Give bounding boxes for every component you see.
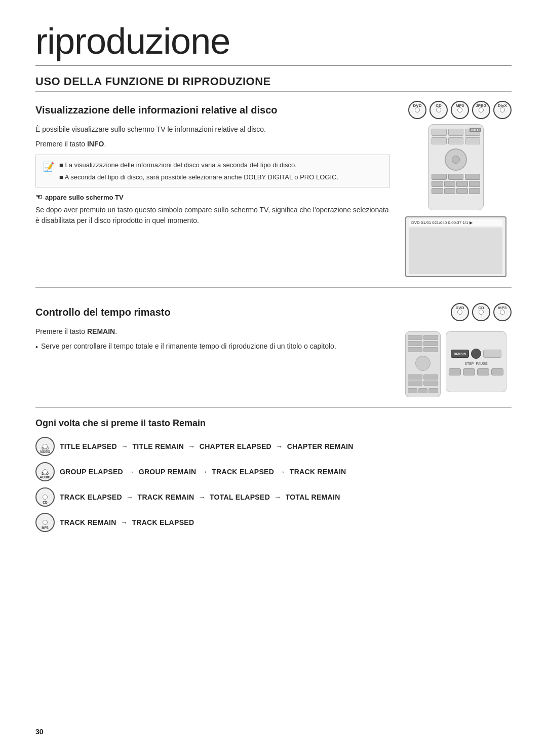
section-divider2 (35, 407, 512, 408)
flow-text-dvd-audio: GROUP ELAPSED → GROUP REMAIN → TRACK ELA… (60, 468, 346, 476)
mp3-disc-dot (43, 520, 48, 525)
flow-row-mp3: MP3 TRACK REMAIN → TRACK ELAPSED (35, 513, 512, 532)
mp3-disc: MP3 (35, 513, 55, 532)
rl-btn-2 (423, 335, 438, 340)
flow-text-mp3: TRACK REMAIN → TRACK ELAPSED (60, 518, 194, 526)
pb-btn-3 (477, 368, 489, 375)
subsection1-title: Visualizzazione delle informazioni relat… (35, 104, 408, 116)
cd-label: CD (43, 501, 47, 504)
remote-btn-4 (432, 137, 447, 144)
remote-btn-5 (448, 137, 463, 144)
note-bullet-1: ■ La visualizzazione delle informazioni … (59, 160, 338, 170)
remote-btn-6 (465, 137, 480, 144)
remote-btn-s1 (432, 188, 443, 194)
note-box: 📝 ■ La visualizzazione delle informazion… (35, 155, 390, 187)
cd-disc-icon: CD (429, 101, 448, 119)
dvd-audio-disc-dot (43, 469, 48, 474)
subsection1-header: Visualizzazione delle informazioni relat… (35, 101, 512, 119)
remain-top-row: REMAIN (451, 349, 501, 359)
note-icon: 📝 (43, 161, 54, 182)
remote-btn-b1 (432, 174, 447, 180)
flow-row-dvd-audio: DVDAUDIO GROUP ELAPSED → GROUP REMAIN → … (35, 462, 512, 481)
hand-icon: ☜ (35, 193, 42, 202)
rl-btn-9 (408, 381, 422, 386)
flow-row-dvd-video: DVDVIDEO TITLE ELAPSED → TITLE REMAIN → … (35, 437, 512, 456)
section2-bullet-text: Serve per controllare il tempo totale e … (41, 341, 336, 353)
dvd-video-disc: DVDVIDEO (35, 437, 55, 456)
remain-remote-right: REMAIN STEP PAUSE (446, 331, 506, 392)
section-title: USO DELLA FUNZIONE DI RIPRODUZIONE (35, 75, 512, 92)
disc-icons-group: DVD CD MP3 JPEG DivX (408, 101, 512, 119)
pb-btn-2 (463, 368, 475, 375)
section-divider (35, 287, 512, 288)
mp3-disc-icon: MP3 (451, 101, 469, 119)
pb-btn-1 (449, 368, 461, 375)
flow-text-dvd-video: TITLE ELAPSED → TITLE REMAIN → CHAPTER E… (60, 442, 354, 450)
remote-control-illustration: INFO (428, 124, 484, 210)
dvd-video-disc-dot (43, 444, 48, 449)
flow-row-cd: CD TRACK ELAPSED → TRACK REMAIN → TOTAL … (35, 487, 512, 507)
remote-btn-r2 (444, 181, 456, 187)
disc-icons-group2: DVD CD MP3 (451, 303, 512, 321)
rl-btn-6 (423, 347, 438, 352)
divx-disc-icon: DivX (493, 101, 512, 119)
tv-inner-screen (409, 228, 502, 274)
dvd-audio-disc: DVDAUDIO (35, 462, 55, 481)
tv-screen-illustration: DVD 01/01 021/040 0:00:37 1/1 ▶ (405, 216, 506, 277)
premere-info-label: INFO (87, 140, 104, 148)
step-pause-labels: STEP PAUSE (464, 362, 488, 365)
remain-playback-row (449, 368, 503, 375)
remote-btn-s2 (444, 188, 456, 194)
mp3-disc-icon2: MP3 (493, 303, 512, 321)
rl-btn-7 (408, 374, 422, 380)
section2-premere: Premere il tasto REMAIN. (35, 326, 390, 337)
rl-btn-1 (408, 335, 422, 340)
note-content: ■ La visualizzazione delle informazioni … (59, 160, 338, 182)
rl-btn-4 (423, 341, 438, 346)
remote-btn-r1 (432, 181, 443, 187)
cd-disc-dot (43, 495, 48, 500)
cd-disc: CD (35, 487, 55, 507)
cd-disc-icon2: CD (472, 303, 490, 321)
section1-illustrations: INFO (400, 124, 512, 277)
section2-bullet: • Serve per controllare il tempo totale … (35, 341, 390, 353)
remain-controls-illustration: REMAIN STEP PAUSE (405, 331, 506, 397)
dvd-disc-icon2: DVD (451, 303, 469, 321)
premere-remain-label: REMAIN (87, 327, 115, 335)
remain-circle-btn (471, 349, 481, 359)
remote-btn-s4 (469, 188, 481, 194)
jpeg-disc-icon: JPEG (472, 101, 490, 119)
dvd-disc-icon: DVD (408, 101, 426, 119)
flow-text-cd: TRACK ELAPSED → TRACK REMAIN → TOTAL ELA… (60, 493, 340, 501)
appare-body: Se dopo aver premuto un tasto questo sim… (35, 205, 390, 226)
subsection2-title: Controllo del tempo rimasto (35, 307, 451, 318)
remote-nav-circle (445, 148, 467, 171)
remain-cancel-btn (483, 350, 501, 358)
rl-btn-13 (428, 388, 438, 393)
pb-btn-4 (491, 368, 503, 375)
remote-row-buttons2 (432, 188, 480, 194)
info-label-badge: INFO (470, 128, 481, 132)
rl-btn-12 (418, 388, 428, 393)
rl-circle (415, 356, 431, 371)
remote-bottom-buttons (432, 174, 480, 180)
section1: Visualizzazione delle informazioni relat… (35, 101, 512, 277)
page-title: riproduzione (35, 20, 512, 66)
remote-btn-b3 (465, 174, 480, 180)
mp3-label: MP3 (42, 526, 48, 530)
rl-btn-10 (423, 381, 438, 386)
subsection2-header: Controllo del tempo rimasto DVD CD MP3 (35, 303, 512, 321)
section2: Controllo del tempo rimasto DVD CD MP3 P… (35, 303, 512, 397)
remote-row-buttons (432, 181, 480, 187)
section1-body1: È possibile visualizzare sullo schermo T… (35, 124, 390, 135)
page-number: 30 (35, 728, 44, 736)
rl-btn-5 (408, 347, 422, 352)
bullet-dot: • (35, 342, 38, 353)
remote-btn-1 (432, 129, 447, 136)
tv-info-bar: DVD 01/01 021/040 0:00:37 1/1 ▶ (409, 219, 502, 226)
remote-btn-r3 (456, 181, 468, 187)
section3-title: Ogni volta che si preme il tasto Remain (35, 418, 512, 429)
remote-btn-s3 (456, 188, 468, 194)
rl-btn-8 (423, 374, 438, 380)
note-bullet-2: ■ A seconda del tipo di disco, sarà poss… (59, 172, 338, 182)
